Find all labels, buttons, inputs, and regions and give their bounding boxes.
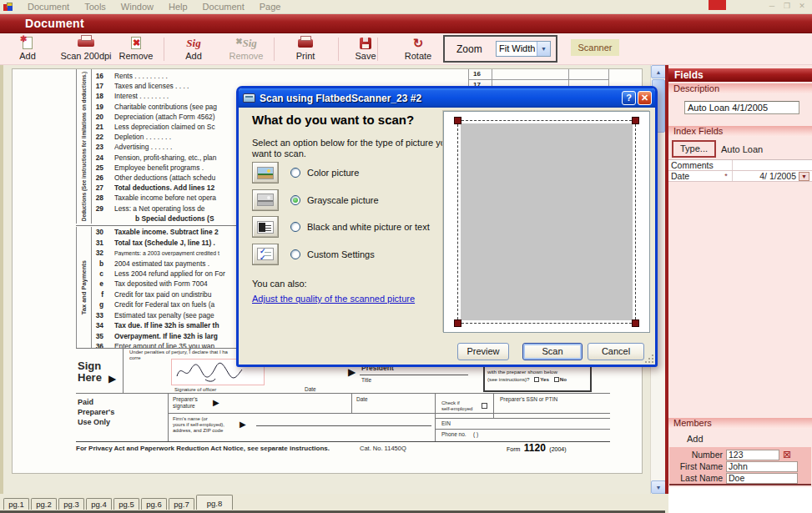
field-value[interactable]: ▼ bbox=[732, 160, 812, 170]
menu-item[interactable]: Document bbox=[195, 0, 252, 13]
selection-handle[interactable] bbox=[632, 117, 639, 124]
scanner-button[interactable]: Scanner bbox=[571, 39, 619, 56]
selection-handle[interactable] bbox=[454, 319, 461, 327]
scan-dialog-title-bar[interactable]: Scan using FlatbedScanner_23 #2 ? ✕ bbox=[239, 88, 655, 108]
add-page-button[interactable]: ✱ Add bbox=[6, 36, 49, 61]
line-number: 26 bbox=[93, 174, 114, 182]
ssn-label: Preparer's SSN or PTIN bbox=[500, 396, 557, 402]
sign-label: Sign bbox=[78, 360, 101, 372]
scroll-down-button[interactable]: ▼ bbox=[651, 480, 666, 494]
radio-button[interactable] bbox=[290, 195, 300, 205]
arrow-icon: ▶ bbox=[240, 420, 246, 429]
close-icon[interactable]: ✕ bbox=[797, 2, 807, 10]
close-button[interactable]: ✕ bbox=[638, 91, 652, 105]
menu-item[interactable]: Document bbox=[20, 0, 77, 13]
index-field-row[interactable]: Date * 4/ 1/2005 ▼ bbox=[668, 171, 812, 182]
page-tab[interactable]: pg.4 bbox=[86, 498, 112, 510]
member-field-input[interactable]: John bbox=[726, 461, 798, 472]
member-field-label: First Name bbox=[669, 461, 726, 471]
add-signature-button[interactable]: Sig Add bbox=[172, 36, 215, 61]
page-tab[interactable]: pg.6 bbox=[141, 498, 167, 510]
custom-settings-icon bbox=[257, 248, 274, 260]
member-lookup-icon[interactable]: ⊠ bbox=[783, 450, 791, 460]
resize-grip[interactable] bbox=[644, 354, 653, 363]
add-member-button[interactable]: Add bbox=[687, 434, 704, 444]
page-tab[interactable]: pg.7 bbox=[169, 498, 194, 510]
scan-type-option[interactable]: Custom Settings bbox=[252, 241, 430, 269]
option-icon-button[interactable] bbox=[252, 162, 279, 184]
radio-button[interactable] bbox=[290, 249, 300, 259]
field-value[interactable]: 4/ 1/2005 ▼ bbox=[732, 171, 812, 181]
rotate-button[interactable]: ↻ Rotate bbox=[396, 36, 440, 61]
line-number: 19 bbox=[93, 103, 114, 111]
restore-icon[interactable]: ❐ bbox=[782, 2, 792, 10]
here-label: Here bbox=[78, 371, 102, 384]
preview-button[interactable]: Preview bbox=[457, 343, 509, 360]
page-tab[interactable]: pg.8 bbox=[196, 495, 233, 510]
line-number: 24 bbox=[93, 153, 114, 162]
chevron-down-icon[interactable]: ▼ bbox=[537, 42, 550, 56]
scan-dialog-body: What do you want to scan? Select an opti… bbox=[239, 108, 655, 365]
save-button[interactable]: Save bbox=[344, 36, 387, 61]
help-button[interactable]: ? bbox=[622, 91, 636, 105]
option-icon-button[interactable] bbox=[252, 244, 279, 265]
zoom-select[interactable]: Fit Width ▼ bbox=[496, 41, 551, 57]
page-tab[interactable]: pg.2 bbox=[31, 498, 57, 510]
member-field-input[interactable]: 123 bbox=[726, 450, 779, 460]
scan-button-dialog[interactable]: Scan bbox=[522, 343, 583, 360]
catalog-number: Cat. No. 11450Q bbox=[360, 445, 406, 452]
remove-signature-button[interactable]: ✖Sig Remove bbox=[224, 36, 268, 61]
radio-button[interactable] bbox=[290, 168, 300, 178]
line-number: 28 bbox=[93, 194, 114, 202]
type-button[interactable]: Type... bbox=[672, 140, 716, 158]
page-tab[interactable]: pg.3 bbox=[58, 498, 84, 510]
self-employed-checkbox[interactable] bbox=[482, 403, 487, 409]
scan-type-option[interactable]: Black and white picture or text bbox=[252, 214, 430, 241]
adjust-quality-link[interactable]: Adjust the quality of the scanned pictur… bbox=[252, 294, 415, 304]
menu-item[interactable]: Window bbox=[113, 0, 161, 13]
date-label: Date bbox=[305, 386, 316, 392]
member-field-row: Number 123 ⊠ bbox=[669, 449, 811, 460]
self-employed-label: self-employed bbox=[441, 406, 472, 411]
cancel-button[interactable]: Cancel bbox=[588, 343, 644, 360]
scanner-dialog-icon bbox=[243, 93, 255, 103]
radio-button[interactable] bbox=[290, 222, 300, 232]
scroll-up-button[interactable]: ▲ bbox=[651, 65, 666, 78]
menu-item[interactable]: Tools bbox=[77, 0, 113, 13]
description-header: Description bbox=[668, 83, 812, 94]
scan-dialog-title: Scan using FlatbedScanner_23 #2 bbox=[260, 93, 620, 104]
scan-dialog-subtext: Select an option below for the type of p… bbox=[252, 138, 451, 159]
firm-name-label-2: yours if self-employed), bbox=[173, 422, 224, 427]
member-field-input[interactable]: Doe bbox=[726, 473, 798, 484]
page-tab[interactable]: pg.1 bbox=[3, 498, 29, 510]
option-icon-button[interactable] bbox=[252, 189, 279, 211]
menu-item[interactable]: Help bbox=[161, 0, 195, 13]
menu-item[interactable]: Page bbox=[252, 0, 289, 13]
page-tab[interactable]: pg.5 bbox=[113, 498, 139, 510]
privacy-notice: For Privacy Act and Paperwork Reduction … bbox=[76, 445, 330, 452]
toolbar-separator bbox=[338, 38, 339, 61]
yes-checkbox[interactable] bbox=[534, 377, 539, 382]
preparer-signature-label: Preparer's bbox=[173, 396, 198, 402]
selection-handle[interactable] bbox=[632, 319, 639, 327]
line-number: 20 bbox=[93, 113, 114, 121]
line-number: 30 bbox=[93, 228, 114, 236]
selection-handle[interactable] bbox=[454, 117, 461, 124]
scan-button[interactable]: Scan 200dpi bbox=[53, 36, 119, 61]
grayscale-picture-icon bbox=[257, 194, 274, 206]
print-button[interactable]: Print bbox=[284, 36, 327, 61]
scan-selection-rect[interactable] bbox=[457, 120, 636, 324]
option-icon-button[interactable] bbox=[252, 216, 279, 238]
description-input[interactable]: Auto Loan 4/1/2005 bbox=[684, 101, 799, 114]
remove-page-button[interactable]: ✖ Remove bbox=[114, 36, 158, 61]
title-label: Title bbox=[361, 377, 371, 383]
chevron-down-icon[interactable]: ▼ bbox=[799, 172, 809, 181]
no-checkbox[interactable] bbox=[554, 377, 559, 382]
toolbar-separator bbox=[274, 38, 275, 61]
toolbar-separator bbox=[377, 38, 378, 61]
scan-type-option[interactable]: Grayscale picture bbox=[252, 187, 430, 214]
minimize-icon[interactable]: ─ bbox=[767, 2, 777, 10]
index-field-row[interactable]: Comments ▼ bbox=[668, 160, 812, 171]
scan-type-option[interactable]: Color picture bbox=[252, 159, 430, 187]
preparer-signature-label-2: signature bbox=[173, 403, 195, 409]
